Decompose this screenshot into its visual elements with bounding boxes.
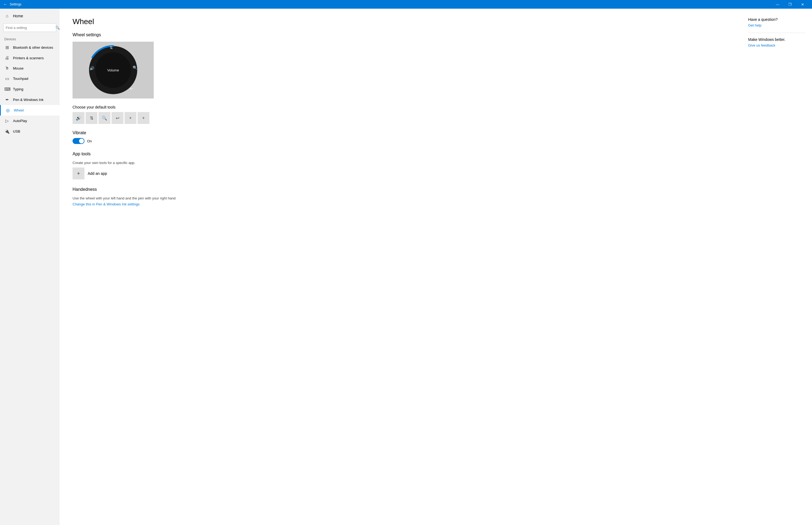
wheel-undo-icon: ↩ xyxy=(130,87,133,91)
wheel-zoom-icon: 🔍 xyxy=(133,65,137,70)
wheel-diagram: Volume 🔊 ⇅ 🔍 ↩ xyxy=(87,44,139,96)
vibrate-toggle[interactable] xyxy=(73,138,85,144)
autoplay-icon: ▷ xyxy=(4,118,10,123)
app-body: ⌂ Home 🔍 Devices ⊞ Bluetooth & other dev… xyxy=(0,9,812,525)
vibrate-state: On xyxy=(87,139,92,143)
sidebar-item-wheel[interactable]: ◎ Wheel xyxy=(0,105,60,116)
make-better-label: Make Windows better. xyxy=(748,38,806,42)
tools-row: 🔊 ⇅ 🔍 ↩ + + xyxy=(73,112,728,124)
tool-add1-button[interactable]: + xyxy=(124,112,136,124)
divider xyxy=(748,33,806,33)
vibrate-title: Vibrate xyxy=(73,131,728,135)
usb-icon: 🔌 xyxy=(4,129,10,134)
minimize-button[interactable]: — xyxy=(771,0,784,9)
wheel-volume-icon: 🔊 xyxy=(90,66,94,70)
wheel-icon: ◎ xyxy=(5,108,11,113)
wheel-inner-circle: Volume xyxy=(95,52,131,88)
get-help-link[interactable]: Get help xyxy=(748,23,806,27)
handedness-desc: Use the wheel with your left hand and th… xyxy=(73,196,728,200)
default-tools-title: Choose your default tools xyxy=(73,105,728,109)
sidebar-label-wheel: Wheel xyxy=(14,108,24,112)
back-button[interactable]: ← xyxy=(3,2,10,7)
pen-icon: ✒ xyxy=(4,97,10,102)
add-app-row[interactable]: + Add an app xyxy=(73,167,728,179)
wheel-center-label: Volume xyxy=(107,68,119,72)
titlebar: ← Settings — ❐ ✕ xyxy=(0,0,812,9)
printers-icon: 🖨 xyxy=(4,56,10,60)
sidebar-label-usb: USB xyxy=(13,129,20,133)
close-button[interactable]: ✕ xyxy=(796,0,809,9)
sidebar-item-printers[interactable]: 🖨 Printers & scanners xyxy=(0,53,60,63)
home-icon: ⌂ xyxy=(4,14,10,18)
sidebar-item-home[interactable]: ⌂ Home xyxy=(0,11,60,21)
tool-undo-button[interactable]: ↩ xyxy=(111,112,123,124)
sidebar: ⌂ Home 🔍 Devices ⊞ Bluetooth & other dev… xyxy=(0,9,60,525)
main-content: Wheel Wheel settings Volume 🔊 ⇅ xyxy=(60,9,742,525)
wheel-preview: Volume 🔊 ⇅ 🔍 ↩ xyxy=(73,42,154,99)
right-panel: Have a question? Get help Make Windows b… xyxy=(742,9,812,525)
vibrate-section: Vibrate On xyxy=(73,131,728,144)
tool-volume-button[interactable]: 🔊 xyxy=(73,112,85,124)
mouse-icon: 🖱 xyxy=(4,66,10,71)
back-icon: ← xyxy=(3,2,7,7)
handedness-section: Handedness Use the wheel with your left … xyxy=(73,187,728,206)
sidebar-label-printers: Printers & scanners xyxy=(13,56,44,60)
search-box[interactable]: 🔍 xyxy=(3,23,56,32)
sidebar-item-touchpad[interactable]: ▭ Touchpad xyxy=(0,73,60,84)
sidebar-item-typing[interactable]: ⌨ Typing xyxy=(0,84,60,94)
handedness-link[interactable]: Change this in Pen & Windows Ink setting… xyxy=(73,202,140,206)
search-icon: 🔍 xyxy=(53,26,60,30)
sidebar-label-typing: Typing xyxy=(13,87,23,91)
sidebar-label-autoplay: AutoPlay xyxy=(13,119,27,123)
sidebar-label-touchpad: Touchpad xyxy=(13,77,28,81)
app-tools-desc: Create your own tools for a specific app… xyxy=(73,161,728,165)
tool-add2-button[interactable]: + xyxy=(137,112,149,124)
sidebar-item-pen[interactable]: ✒ Pen & Windows Ink xyxy=(0,94,60,105)
sidebar-label-pen: Pen & Windows Ink xyxy=(13,98,44,102)
sidebar-label-bluetooth: Bluetooth & other devices xyxy=(13,45,53,49)
have-question-label: Have a question? xyxy=(748,17,806,22)
bluetooth-icon: ⊞ xyxy=(4,45,10,50)
sidebar-item-bluetooth[interactable]: ⊞ Bluetooth & other devices xyxy=(0,42,60,53)
app-tools-title: App tools xyxy=(73,152,728,156)
wheel-scroll-icon: ⇅ xyxy=(110,45,113,50)
typing-icon: ⌨ xyxy=(4,87,10,92)
sidebar-item-usb[interactable]: 🔌 USB xyxy=(0,126,60,137)
sidebar-section-devices: Devices xyxy=(0,34,60,42)
tool-zoom-button[interactable]: 🔍 xyxy=(99,112,110,124)
toggle-row: On xyxy=(73,138,728,144)
touchpad-icon: ▭ xyxy=(4,76,10,81)
maximize-button[interactable]: ❐ xyxy=(784,0,796,9)
search-input[interactable] xyxy=(3,26,53,30)
give-feedback-link[interactable]: Give us feedback xyxy=(748,43,806,47)
add-app-label: Add an app xyxy=(88,171,107,176)
tool-scroll-button[interactable]: ⇅ xyxy=(86,112,97,124)
wheel-settings-title: Wheel settings xyxy=(73,32,728,38)
handedness-title: Handedness xyxy=(73,187,728,192)
page-title: Wheel xyxy=(73,17,728,26)
window-controls: — ❐ ✕ xyxy=(771,0,809,9)
sidebar-item-autoplay[interactable]: ▷ AutoPlay xyxy=(0,116,60,126)
add-app-button[interactable]: + xyxy=(73,167,85,179)
app-tools-section: App tools Create your own tools for a sp… xyxy=(73,152,728,179)
app-title: Settings xyxy=(10,2,771,6)
home-label: Home xyxy=(13,14,23,18)
sidebar-item-mouse[interactable]: 🖱 Mouse xyxy=(0,63,60,73)
sidebar-label-mouse: Mouse xyxy=(13,66,24,70)
